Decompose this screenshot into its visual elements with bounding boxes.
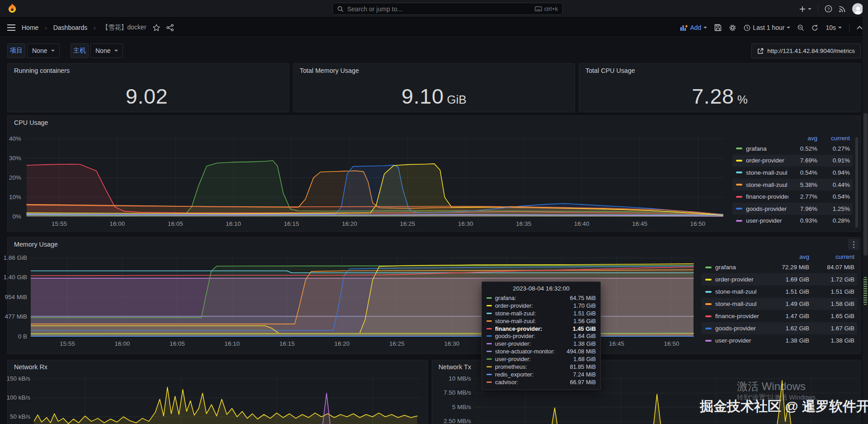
legend-header-avg[interactable]: avg	[792, 135, 817, 142]
page-scrollbar[interactable]	[863, 0, 868, 424]
help-icon: ?	[825, 5, 832, 13]
legend-series-name[interactable]: stone-mall-zuul	[746, 181, 788, 188]
person-icon	[853, 5, 863, 14]
stat-value: 9.10GiB	[293, 84, 575, 109]
breadcrumb-home[interactable]: Home	[22, 24, 38, 31]
stat-panel-total-cpu[interactable]: Total CPU Usage 7.28%	[579, 63, 861, 112]
tooltip-series-name: stone-mall-zuul:	[495, 318, 536, 324]
stat-panel-running-containers[interactable]: Running containers 9.02	[7, 63, 289, 112]
refresh-button[interactable]	[811, 24, 818, 31]
tooltip-swatch-icon	[486, 328, 492, 329]
menu-icon[interactable]	[7, 24, 15, 31]
legend-row[interactable]: user-provider1.38 GiB1.38 GiB	[702, 334, 857, 347]
y-axis-tick: 477 MiB	[0, 313, 27, 321]
legend-series-name[interactable]: stone-mall-zuul	[715, 288, 762, 295]
legend-series-name[interactable]: grafana	[715, 264, 762, 271]
legend-current-value: 0.54%	[821, 193, 850, 200]
legend-row[interactable]: grafana0.52%0.27%	[732, 143, 853, 155]
y-axis-tick: 0 B	[0, 333, 27, 341]
y-axis-tick: 7.50 MB/s	[435, 389, 471, 397]
legend-series-name[interactable]: grafana	[746, 145, 788, 152]
legend-scrollbar[interactable]	[855, 137, 858, 228]
panel-title[interactable]: Memory Usage	[14, 241, 58, 248]
variable-select-project[interactable]: None	[27, 43, 60, 58]
legend-avg-value: 5.38%	[792, 181, 817, 188]
grafana-dashboard: Search or jump to... ctrl+k ?	[0, 0, 868, 424]
legend-row[interactable]: goods-provider1.62 GiB1.67 GiB	[702, 322, 857, 334]
search-input[interactable]: Search or jump to... ctrl+k	[332, 3, 563, 15]
legend-series-name[interactable]: order-provider	[746, 157, 788, 164]
legend-swatch-icon	[736, 160, 742, 162]
tooltip-swatch-icon	[486, 381, 492, 383]
star-icon[interactable]	[153, 24, 160, 31]
metrics-link[interactable]: http://121.41.42.84:9040/metrics	[751, 43, 861, 58]
legend-row[interactable]: user-provider0.93%0.28%	[732, 215, 853, 227]
share-icon[interactable]	[166, 24, 174, 31]
legend-row[interactable]: stone-mall-zuul1.51 GiB1.51 GiB	[702, 286, 857, 298]
legend-series-name[interactable]: goods-provider	[746, 205, 788, 212]
legend-swatch-icon	[736, 148, 742, 149]
dashboard-toolbar: Home › Dashboards › 【雪花】docker Add Last …	[0, 18, 868, 37]
y-axis-tick: 20%	[0, 174, 21, 182]
grafana-logo-icon[interactable]	[6, 3, 18, 14]
stat-panel-total-memory[interactable]: Total Memory Usage 9.10GiB	[293, 63, 575, 112]
x-axis-tick: 16:05	[162, 220, 189, 228]
news-button[interactable]	[839, 5, 846, 13]
variable-select-host[interactable]: None	[90, 43, 123, 58]
panel-title[interactable]: Network Tx	[439, 363, 471, 371]
legend-row[interactable]: order-provider7.69%0.91%	[732, 155, 853, 167]
legend-current-value: 1.72 GiB	[813, 276, 854, 283]
legend-row[interactable]: finance-provider2.77%0.54%	[732, 191, 853, 203]
time-range-label: Last 1 hour	[753, 24, 784, 31]
tooltip-series-value: 1.38 GiB	[573, 340, 596, 347]
help-button[interactable]: ?	[825, 5, 832, 13]
legend-series-name[interactable]: order-provider	[715, 276, 762, 283]
legend-row[interactable]: order-provider1.69 GiB1.72 GiB	[702, 273, 857, 286]
legend-swatch-icon	[705, 328, 712, 329]
legend-header-current[interactable]: current	[813, 253, 854, 260]
panel-menu-button[interactable]	[848, 239, 859, 250]
legend-series-name[interactable]: stone-mall-zuul	[746, 169, 788, 176]
refresh-interval-picker[interactable]: 10s	[826, 24, 842, 31]
x-axis-tick: 16:20	[328, 340, 355, 348]
collapse-toolbar-button[interactable]	[857, 26, 863, 29]
legend-series-name[interactable]: finance-provider	[715, 313, 762, 319]
scroll-indicator[interactable]	[863, 277, 867, 305]
network-rx-plot[interactable]	[34, 376, 420, 424]
top-nav-actions: ?	[799, 0, 863, 18]
zoom-out-button[interactable]	[797, 24, 804, 31]
user-avatar[interactable]	[852, 3, 863, 14]
legend-series-name[interactable]: user-provider	[715, 337, 762, 344]
new-button[interactable]	[799, 6, 811, 12]
save-dashboard-button[interactable]	[714, 24, 722, 31]
y-axis-tick: 1.86 GiB	[0, 254, 27, 262]
legend-series-name[interactable]: user-provider	[746, 217, 788, 224]
legend-row[interactable]: stone-mall-zuul0.54%0.94%	[732, 167, 853, 179]
legend-series-name[interactable]: goods-provider	[715, 325, 762, 332]
legend-series-name[interactable]: stone-mall-zuul	[715, 300, 762, 307]
tooltip-series-value: 1.68 GiB	[573, 356, 596, 362]
breadcrumb-dashboards[interactable]: Dashboards	[53, 24, 88, 31]
dashboard-settings-button[interactable]	[729, 24, 736, 32]
cpu-usage-plot[interactable]	[25, 134, 723, 217]
cpu-usage-legend: avgcurrentgrafana0.52%0.27%order-provide…	[732, 135, 853, 227]
legend-header-avg[interactable]: avg	[766, 253, 809, 260]
add-button[interactable]: Add	[680, 24, 707, 31]
scrollbar-thumb[interactable]	[863, 113, 868, 256]
legend-row[interactable]: stone-mall-zuul1.49 GiB1.58 GiB	[702, 298, 857, 310]
legend-row[interactable]: stone-mall-zuul5.38%0.44%	[732, 179, 853, 191]
tooltip-series-name: prometheus:	[495, 363, 527, 370]
legend-series-name[interactable]: finance-provider	[746, 193, 788, 200]
panel-title[interactable]: CPU Usage	[14, 119, 48, 126]
legend-swatch-icon	[705, 340, 712, 342]
legend-row[interactable]: goods-provider7.96%1.25%	[732, 203, 853, 215]
time-range-picker[interactable]: Last 1 hour	[744, 24, 790, 31]
legend-current-value: 1.25%	[821, 205, 850, 212]
legend-row[interactable]: finance-provider1.47 GiB1.65 GiB	[702, 310, 857, 322]
legend-header-current[interactable]: current	[821, 135, 850, 142]
legend-swatch-icon	[736, 196, 742, 198]
add-label: Add	[690, 24, 701, 31]
memory-usage-legend: avgcurrentgrafana72.29 MiB84.07 MiBorder…	[702, 253, 857, 347]
legend-row[interactable]: grafana72.29 MiB84.07 MiB	[702, 261, 857, 273]
panel-title[interactable]: Network Rx	[14, 363, 47, 371]
